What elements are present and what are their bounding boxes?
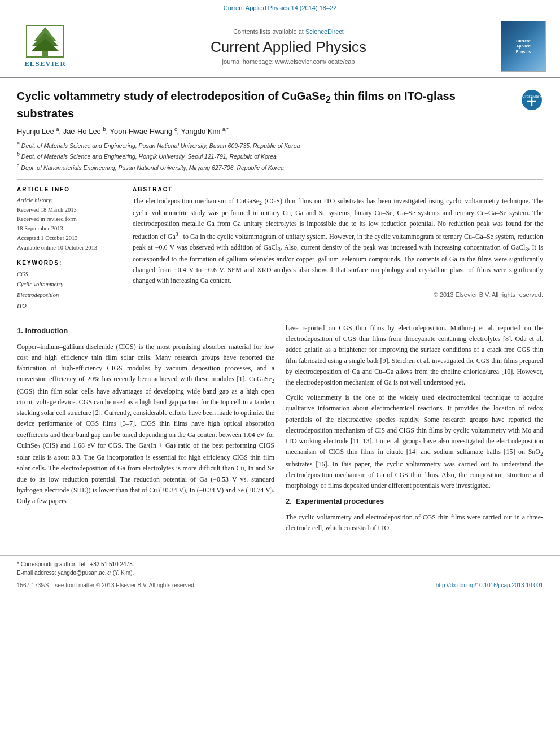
doi-area: http://dx.doi.org/10.1016/j.cap.2013.10.… — [436, 580, 543, 589]
sciencedirect-line: Contents lists available at ScienceDirec… — [79, 28, 498, 35]
abstract-text: The electrodeposition mechanism of CuGaS… — [133, 196, 543, 287]
body-right-para-3: The cyclic voltammetry and electrodeposi… — [286, 512, 543, 534]
intro-paragraph-1: Copper–indium–gallium-diselenide (CIGS) … — [17, 342, 274, 506]
history-label: Article history: — [17, 196, 121, 206]
doi-link[interactable]: http://dx.doi.org/10.1016/j.cap.2013.10.… — [436, 582, 543, 588]
abstract-column: ABSTRACT The electrodeposition mechanism… — [133, 186, 543, 312]
journal-thumbnail-area: Current Applied Physics — [498, 21, 549, 72]
experimental-section-title: 2. Experimental procedures — [286, 496, 543, 508]
journal-ref-text: Current Applied Physics 14 (2014) 18–22 — [224, 5, 337, 11]
keywords-list: CGSCyclic voltammetryElectrodepositionIT… — [17, 269, 121, 312]
body-left-column: 1. Introduction Copper–indium–gallium-di… — [17, 323, 274, 538]
sciencedirect-link[interactable]: ScienceDirect — [305, 28, 344, 35]
journal-thumb-text2: Applied — [516, 43, 531, 49]
elsevier-logo-area: ELSEVIER — [11, 24, 79, 68]
journal-header-center: Contents lists available at ScienceDirec… — [79, 28, 498, 65]
affiliations: a Dept. of Materials Science and Enginee… — [17, 140, 543, 172]
affiliation-b: b Dept. of Materials Science and Enginee… — [17, 151, 543, 161]
body-right-para-2: Cyclic voltammetry is the one of the wid… — [286, 392, 543, 491]
article-info-heading: ARTICLE INFO — [17, 186, 121, 193]
elsevier-tree-icon — [25, 24, 65, 58]
elsevier-logo: ELSEVIER — [24, 24, 66, 68]
revised-date: 18 September 2013 — [17, 224, 121, 234]
article-title-section: Cyclic voltammetry study of electrodepos… — [17, 89, 543, 121]
article-header-area: Cyclic voltammetry study of electrodepos… — [0, 78, 560, 323]
authors-line: Hyunju Lee a, Jae-Ho Lee b, Yoon-Hwae Hw… — [17, 126, 543, 136]
journal-header: ELSEVIER Contents lists available at Sci… — [0, 15, 560, 78]
header-divider — [17, 179, 543, 180]
keywords-section: Keywords: CGSCyclic voltammetryElectrode… — [17, 260, 121, 312]
article-info-column: ARTICLE INFO Article history: Received 1… — [17, 186, 121, 312]
accepted-date: Accepted 1 October 2013 — [17, 234, 121, 243]
article-history: Article history: Received 18 March 2013 … — [17, 196, 121, 253]
abstract-heading: ABSTRACT — [133, 186, 543, 193]
journal-reference-bar: Current Applied Physics 14 (2014) 18–22 — [0, 0, 560, 15]
intro-section-title: 1. Introduction — [17, 325, 274, 337]
crossmark-badge-icon: CrossMark — [520, 89, 543, 111]
body-right-column: have reported on CGS thin films by elect… — [286, 323, 543, 538]
info-abstract-section: ARTICLE INFO Article history: Received 1… — [17, 186, 543, 312]
affiliation-a: a Dept. of Materials Science and Enginee… — [17, 140, 543, 150]
footer-bottom: 1567-1739/$ – see front matter © 2013 El… — [17, 580, 543, 589]
affiliation-c: c Dept. of Nanomaterials Engineering, Pu… — [17, 162, 543, 172]
corresponding-author-note: * Corresponding author. Tel.: +82 51 510… — [17, 560, 543, 577]
copyright-text: © 2013 Elsevier B.V. All rights reserved… — [133, 291, 543, 298]
elsevier-brand-text: ELSEVIER — [24, 59, 66, 68]
journal-thumb-text1: Current — [516, 38, 530, 43]
body-area: 1. Introduction Copper–indium–gallium-di… — [0, 323, 560, 549]
body-right-para-1: have reported on CGS thin films by elect… — [286, 323, 543, 388]
journal-thumb-text3: Physics — [516, 49, 531, 54]
journal-thumbnail: Current Applied Physics — [501, 21, 546, 72]
article-title: Cyclic voltammetry study of electrodepos… — [17, 89, 511, 121]
received-date: Received 18 March 2013 — [17, 206, 121, 215]
journal-title: Current Applied Physics — [79, 38, 498, 56]
footer-area: * Corresponding author. Tel.: +82 51 510… — [0, 555, 560, 595]
available-online-date: Available online 10 October 2013 — [17, 243, 121, 253]
body-two-col: 1. Introduction Copper–indium–gallium-di… — [17, 323, 543, 538]
issn-text: 1567-1739/$ – see front matter © 2013 El… — [17, 580, 196, 589]
keywords-heading: Keywords: — [17, 260, 121, 266]
received-revised-label: Received in revised form — [17, 215, 121, 224]
journal-homepage: journal homepage: www.elsevier.com/locat… — [79, 58, 498, 65]
